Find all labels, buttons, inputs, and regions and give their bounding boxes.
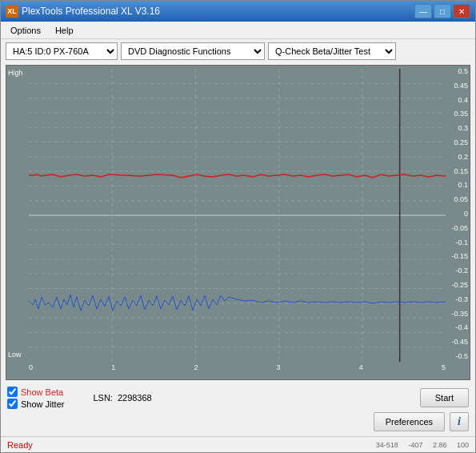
bottom-number-mid: -407 — [408, 441, 422, 449]
show-beta-checkbox-row: Show Beta — [7, 387, 64, 397]
chart-svg — [29, 69, 446, 362]
info-button[interactable]: i — [450, 412, 469, 431]
menu-bar: Options Help — [1, 22, 475, 39]
bottom-bar: Show Beta Show Jitter LSN: 2298368 Start… — [1, 382, 475, 436]
show-beta-checkbox[interactable] — [7, 387, 18, 397]
minimize-button[interactable]: — — [414, 4, 432, 18]
menu-options[interactable]: Options — [4, 24, 47, 37]
lsn-label: LSN: — [93, 393, 112, 403]
y-axis-right: 0.5 0.45 0.4 0.35 0.3 0.25 0.2 0.15 0.1 … — [446, 66, 470, 362]
function-select[interactable]: DVD Diagnostic Functions — [121, 42, 265, 60]
status-bar: Ready 34-518 -407 2.86 100 — [1, 436, 475, 452]
bottom-row-2: Preferences i — [7, 412, 469, 431]
bottom-row-1: Show Beta Show Jitter LSN: 2298368 Start — [7, 387, 469, 409]
status-text: Ready — [7, 440, 33, 450]
title-bar: XL PlexTools Professional XL V3.16 — □ ✕ — [1, 1, 475, 22]
preferences-button[interactable]: Preferences — [374, 412, 445, 431]
info-icon: i — [458, 415, 461, 428]
bottom-number-right-left: 2.86 — [433, 441, 447, 449]
show-jitter-checkbox[interactable] — [7, 399, 18, 409]
test-select[interactable]: Q-Check Beta/Jitter Test — [268, 42, 396, 60]
beta-line — [29, 174, 446, 178]
drive-select[interactable]: HA:5 ID:0 PX-760A — [6, 42, 118, 60]
close-button[interactable]: ✕ — [453, 4, 470, 18]
y-label-low: Low — [8, 351, 27, 359]
show-beta-label: Show Beta — [21, 387, 63, 397]
y-label-high: High — [8, 69, 27, 77]
lsn-display: LSN: 2298368 — [93, 393, 151, 403]
show-jitter-label: Show Jitter — [21, 399, 64, 409]
toolbar: HA:5 ID:0 PX-760A DVD Diagnostic Functio… — [1, 39, 475, 63]
title-bar-left: XL PlexTools Professional XL V3.16 — [6, 5, 160, 18]
menu-help[interactable]: Help — [49, 24, 80, 37]
x-axis: 0 1 2 3 4 5 — [29, 362, 446, 379]
bottom-number-right: 100 — [457, 441, 469, 449]
show-jitter-checkbox-row: Show Jitter — [7, 399, 64, 409]
maximize-button[interactable]: □ — [434, 4, 451, 18]
start-button[interactable]: Start — [420, 388, 469, 407]
window-title: PlexTools Professional XL V3.16 — [22, 6, 160, 17]
checkboxes: Show Beta Show Jitter — [7, 387, 64, 409]
y-axis-left: High Low — [6, 66, 29, 362]
bottom-number-left: 34-518 — [376, 441, 398, 449]
status-numbers: 34-518 -407 2.86 100 — [376, 441, 469, 449]
main-window: XL PlexTools Professional XL V3.16 — □ ✕… — [0, 0, 476, 453]
chart-plot — [29, 69, 446, 362]
window-controls: — □ ✕ — [414, 4, 470, 18]
jitter-line — [29, 295, 446, 311]
chart-area: High Low 0.5 0.45 0.4 0.35 0.3 0.25 0.2 … — [6, 65, 470, 380]
lsn-value: 2298368 — [118, 393, 152, 403]
app-icon: XL — [6, 5, 18, 18]
